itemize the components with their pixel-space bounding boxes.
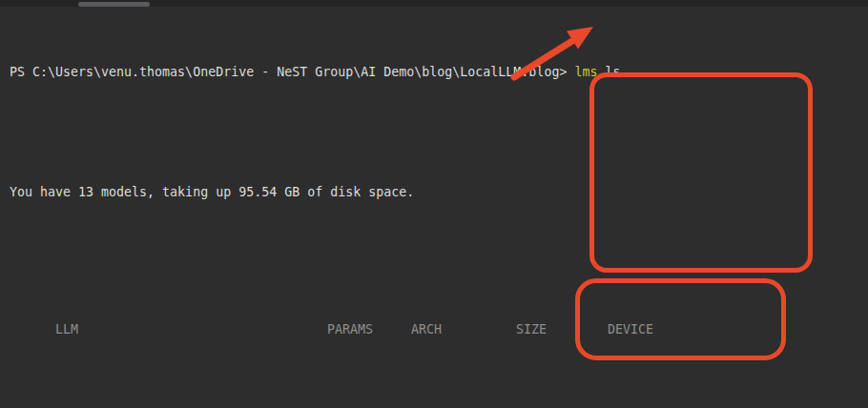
llm-header-device: DEVICE <box>608 321 653 338</box>
blank-line <box>10 235 858 253</box>
blank-line <box>10 115 858 133</box>
window-top-strip <box>0 0 868 7</box>
llm-header-size: SIZE <box>516 321 547 338</box>
command-text: lms <box>574 65 597 79</box>
llm-header-arch: ARCH <box>411 321 442 338</box>
command-args: ls <box>597 65 620 79</box>
prompt-text: PS C:\Users\venu.thomas\OneDrive - NeST … <box>10 65 574 79</box>
terminal-content[interactable]: PS C:\Users\venu.thomas\OneDrive - NeST … <box>10 12 858 408</box>
prompt-line: PS C:\Users\venu.thomas\OneDrive - NeST … <box>10 64 858 81</box>
tab-indicator[interactable] <box>78 2 150 7</box>
llm-table-header: LLM PARAMS ARCH SIZE DEVICE <box>10 321 858 338</box>
llm-header-params: PARAMS <box>327 321 373 338</box>
summary-text: You have 13 models, taking up 95.54 GB o… <box>10 185 414 199</box>
llm-header-name: LLM <box>55 321 78 338</box>
summary-line: You have 13 models, taking up 95.54 GB o… <box>10 184 858 201</box>
